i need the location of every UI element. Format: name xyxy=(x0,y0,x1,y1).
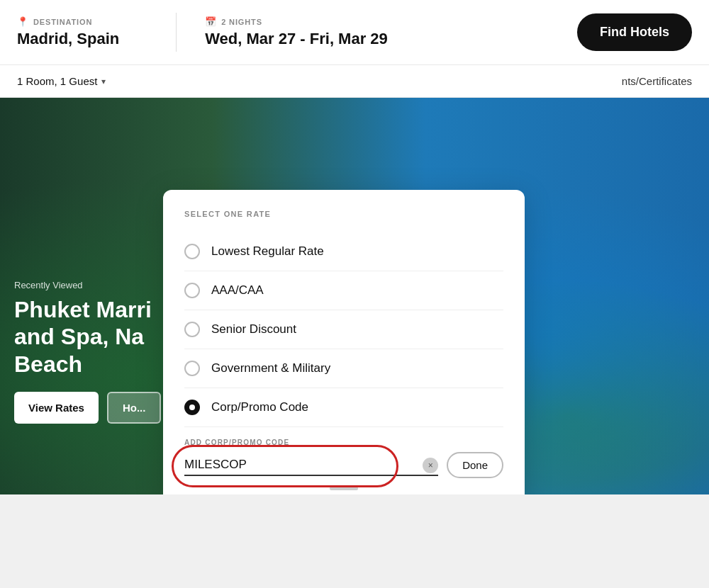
location-icon: 📍 xyxy=(17,16,29,27)
destination-section: 📍 DESTINATION Madrid, Spain xyxy=(17,16,147,48)
find-hotels-button[interactable]: Find Hotels xyxy=(577,13,692,51)
hotel-name: Phuket Marri and Spa, Na Beach xyxy=(14,296,161,378)
radio-aaa[interactable] xyxy=(184,283,200,298)
sub-header: 1 Room, 1 Guest ▾ nts/Certificates xyxy=(0,65,709,98)
rate-label-aaa: AAA/CAA xyxy=(211,283,264,298)
rate-option-aaa[interactable]: AAA/CAA xyxy=(184,271,503,310)
rate-option-corp[interactable]: Corp/Promo Code xyxy=(184,388,503,427)
radio-senior[interactable] xyxy=(184,322,200,337)
promo-code-input[interactable] xyxy=(184,455,438,476)
promo-input-section: ADD CORP/PROMO CODE × Done xyxy=(184,433,503,478)
calendar-icon: 📅 xyxy=(205,16,217,27)
room-guest-selector[interactable]: 1 Room, 1 Guest ▾ xyxy=(17,75,106,87)
chevron-down-icon: ▾ xyxy=(101,77,106,86)
header-divider xyxy=(176,13,177,52)
hero-buttons: View Rates Ho... xyxy=(14,392,161,424)
hero-section: Recently Viewed Phuket Marri and Spa, Na… xyxy=(0,98,709,494)
dropdown-title: SELECT ONE RATE xyxy=(184,210,503,218)
rate-label-corp: Corp/Promo Code xyxy=(211,400,308,414)
rate-dropdown: SELECT ONE RATE Lowest Regular Rate AAA/… xyxy=(163,190,525,494)
certificates-link[interactable]: nts/Certificates xyxy=(622,75,692,87)
promo-input-wrapper: × xyxy=(184,455,438,476)
promo-done-button[interactable]: Done xyxy=(447,452,503,478)
destination-value[interactable]: Madrid, Spain xyxy=(17,30,119,48)
dates-section: 📅 2 NIGHTS Wed, Mar 27 - Fri, Mar 29 xyxy=(205,16,416,48)
radio-lowest[interactable] xyxy=(184,244,200,259)
hotel-info-button[interactable]: Ho... xyxy=(107,392,162,424)
destination-label: 📍 DESTINATION xyxy=(17,16,119,27)
hero-content: Recently Viewed Phuket Marri and Spa, Na… xyxy=(14,280,161,424)
header: 📍 DESTINATION Madrid, Spain 📅 2 NIGHTS W… xyxy=(0,0,709,65)
rate-label-lowest: Lowest Regular Rate xyxy=(211,244,324,259)
view-rates-button[interactable]: View Rates xyxy=(14,392,99,424)
promo-clear-button[interactable]: × xyxy=(423,458,438,473)
radio-govt[interactable] xyxy=(184,361,200,376)
dates-value[interactable]: Wed, Mar 27 - Fri, Mar 29 xyxy=(205,30,388,48)
scroll-indicator xyxy=(330,487,358,490)
radio-corp[interactable] xyxy=(184,400,200,415)
rate-option-govt[interactable]: Government & Military xyxy=(184,349,503,388)
rate-label-senior: Senior Discount xyxy=(211,322,296,337)
rate-label-govt: Government & Military xyxy=(211,361,330,375)
recently-viewed-label: Recently Viewed xyxy=(14,280,161,290)
rate-option-lowest[interactable]: Lowest Regular Rate xyxy=(184,232,503,271)
nights-label: 📅 2 NIGHTS xyxy=(205,16,388,27)
rate-option-senior[interactable]: Senior Discount xyxy=(184,310,503,349)
promo-input-row: × Done xyxy=(184,452,503,478)
promo-input-label: ADD CORP/PROMO CODE xyxy=(184,439,503,446)
